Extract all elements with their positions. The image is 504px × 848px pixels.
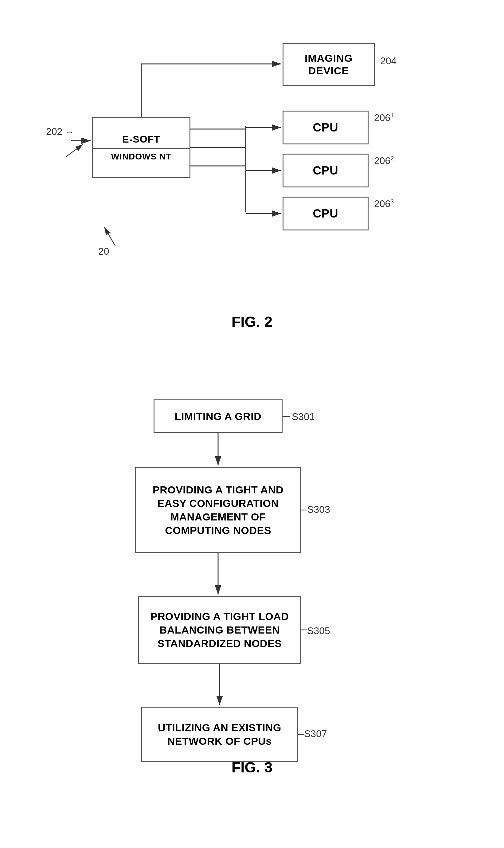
fc-s303-label: PROVIDING A TIGHT ANDEASY CONFIGURATIONM… [152, 483, 284, 537]
esoft-box: E-SOFT WINDOWS NT [92, 117, 191, 178]
fc-s305-label: PROVIDING A TIGHT LOADBALANCING BETWEENS… [150, 610, 289, 651]
imaging-device-label: IMAGINGDEVICE [305, 52, 353, 77]
fc-ref-s307: S307 [304, 728, 327, 740]
svg-line-3 [66, 144, 83, 157]
fc-ref-s305: S305 [307, 625, 330, 637]
cpu-box-3: CPU [283, 197, 368, 230]
page-container: E-SOFT WINDOWS NT IMAGINGDEVICE CPU CPU … [0, 0, 504, 848]
svg-line-13 [104, 227, 115, 246]
fc-s307-label: UTILIZING AN EXISTINGNETWORK OF CPUs [158, 721, 281, 748]
esoft-top-label: E-SOFT [93, 130, 190, 149]
ref-2062: 2062 [374, 155, 394, 166]
fig2-caption: FIG. 2 [31, 307, 473, 330]
fig2-diagram: E-SOFT WINDOWS NT IMAGINGDEVICE CPU CPU … [31, 24, 473, 301]
fc-s301-label: LIMITING A GRID [175, 409, 262, 423]
ref-202: 202 → [46, 126, 74, 137]
cpu-box-1: CPU [283, 111, 368, 144]
cpu2-label: CPU [313, 164, 338, 177]
fc-box-s303: PROVIDING A TIGHT ANDEASY CONFIGURATIONM… [135, 467, 301, 553]
cpu3-label: CPU [313, 207, 338, 220]
ref-2061: 2061 [374, 112, 394, 124]
fc-ref-s301: S301 [292, 411, 315, 422]
ref-2063: 2063 [374, 198, 394, 210]
ref-204: 204 [380, 55, 396, 67]
fig3-diagram: LIMITING A GRID PROVIDING A TIGHT ANDEAS… [31, 387, 473, 756]
esoft-bottom-label: WINDOWS NT [93, 149, 190, 165]
fc-box-s305: PROVIDING A TIGHT LOADBALANCING BETWEENS… [138, 596, 301, 664]
fig2-section: E-SOFT WINDOWS NT IMAGINGDEVICE CPU CPU … [0, 0, 504, 369]
fig3-section: LIMITING A GRID PROVIDING A TIGHT ANDEAS… [0, 369, 504, 800]
fig3-svg [31, 387, 473, 756]
imaging-device-box: IMAGINGDEVICE [283, 43, 375, 86]
fc-box-s301: LIMITING A GRID [154, 400, 283, 433]
cpu-box-2: CPU [283, 154, 368, 188]
ref-20: 20 [98, 246, 109, 257]
fc-ref-s303: S303 [307, 504, 330, 515]
fc-box-s307: UTILIZING AN EXISTINGNETWORK OF CPUs [141, 707, 298, 762]
cpu1-label: CPU [313, 121, 338, 134]
